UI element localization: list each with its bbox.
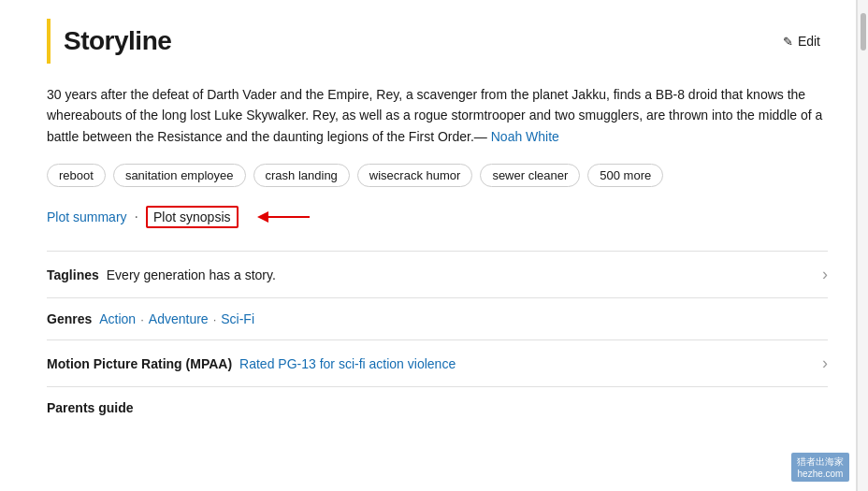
edit-label: Edit	[798, 34, 820, 49]
edit-button[interactable]: ✎ Edit	[775, 30, 828, 52]
mpaa-chevron-icon: ›	[822, 354, 828, 373]
tag-crash-landing[interactable]: crash landing	[253, 164, 350, 187]
mpaa-rating-link[interactable]: Rated PG-13 for sci-fi action violence	[239, 356, 456, 371]
parents-guide-row: Parents guide	[47, 387, 828, 428]
parents-guide-label: Parents guide	[47, 400, 134, 415]
arrow-annotation	[255, 208, 311, 226]
tag-500-more[interactable]: 500 more	[587, 164, 663, 187]
mpaa-label: Motion Picture Rating (MPAA)	[47, 356, 232, 371]
title-accent-bar	[47, 19, 51, 64]
genres-list: Action · Adventure · Sci-Fi	[99, 311, 254, 326]
tag-reboot[interactable]: reboot	[47, 164, 106, 187]
mpaa-content: Motion Picture Rating (MPAA) Rated PG-13…	[47, 356, 822, 371]
taglines-chevron-icon: ›	[822, 265, 828, 284]
author-name: Noah White	[491, 129, 559, 144]
genres-label: Genres	[47, 311, 92, 326]
tag-sanitation-employee[interactable]: sanitation employee	[113, 164, 246, 187]
page-title: Storyline	[64, 26, 171, 56]
mpaa-row[interactable]: Motion Picture Rating (MPAA) Rated PG-13…	[47, 340, 828, 387]
plot-links-row: Plot summary · Plot synopsis	[47, 206, 828, 228]
description-text: 30 years after the defeat of Darth Vader…	[47, 87, 822, 144]
description-paragraph: 30 years after the defeat of Darth Vader…	[47, 84, 828, 147]
taglines-content: Taglines Every generation has a story.	[47, 267, 822, 282]
genre-separator-1: ·	[140, 312, 144, 326]
taglines-label: Taglines	[47, 267, 99, 282]
section-title-group: Storyline	[47, 19, 171, 64]
taglines-row[interactable]: Taglines Every generation has a story. ›	[47, 252, 828, 298]
genre-action-link[interactable]: Action	[99, 311, 136, 326]
dot-separator: ·	[135, 209, 138, 225]
taglines-value: Every generation has a story.	[107, 267, 276, 282]
genre-separator-2: ·	[213, 312, 217, 326]
right-sidebar	[857, 0, 868, 491]
storyline-section-header: Storyline ✎ Edit	[47, 19, 828, 69]
tag-wisecrack-humor[interactable]: wisecrack humor	[357, 164, 473, 187]
author-link[interactable]: Noah White	[487, 129, 559, 144]
plot-synopsis-link[interactable]: Plot synopsis	[146, 206, 238, 228]
genre-adventure-link[interactable]: Adventure	[149, 311, 209, 326]
tag-sewer-cleaner[interactable]: sewer cleaner	[480, 164, 580, 187]
genre-scifi-link[interactable]: Sci-Fi	[221, 311, 254, 326]
plot-summary-link[interactable]: Plot summary	[47, 209, 127, 224]
pencil-icon: ✎	[783, 35, 793, 49]
tags-container: reboot sanitation employee crash landing…	[47, 164, 828, 187]
author-separator: —	[474, 129, 487, 144]
scrollbar-thumb[interactable]	[861, 13, 866, 51]
genres-content: Genres Action · Adventure · Sci-Fi	[47, 311, 828, 326]
genres-row: Genres Action · Adventure · Sci-Fi	[47, 298, 828, 340]
